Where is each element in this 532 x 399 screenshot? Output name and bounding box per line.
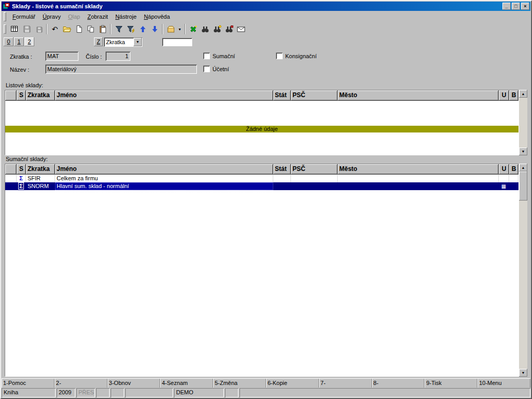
col-stat[interactable]: Stát bbox=[273, 164, 291, 175]
fkey-5[interactable]: 5-Změna bbox=[213, 379, 266, 388]
zkratka-field[interactable]: MAT bbox=[45, 51, 78, 61]
col-b[interactable]: B bbox=[509, 164, 518, 175]
search-input[interactable] bbox=[162, 38, 192, 46]
z-button[interactable]: Z bbox=[94, 37, 103, 46]
konsignacni-checkbox-label: Konsignační bbox=[285, 53, 317, 59]
scroll-up-icon[interactable]: ▲ bbox=[519, 164, 527, 171]
new-document-icon[interactable] bbox=[73, 23, 85, 35]
title-bar: Sklady - listové a sumační sklady _ □ × bbox=[2, 2, 530, 11]
scroll-down-icon[interactable]: ▼ bbox=[519, 369, 527, 377]
paste-icon[interactable] bbox=[97, 23, 109, 35]
konsignacni-checkbox[interactable] bbox=[276, 52, 283, 59]
ucetni-checkbox[interactable] bbox=[203, 65, 210, 72]
nazev-field[interactable]: Materiálový bbox=[45, 64, 197, 74]
maximize-button[interactable]: □ bbox=[512, 3, 520, 10]
scroll-thumb[interactable] bbox=[519, 171, 527, 201]
open-folder-icon[interactable] bbox=[61, 23, 73, 35]
col-s[interactable]: S bbox=[17, 90, 26, 101]
sumacni-checkbox[interactable] bbox=[203, 52, 210, 59]
sum-warehouses-table: S Zkratka Jméno Stát PSČ Město U B Σ SFI… bbox=[5, 164, 527, 377]
package-icon[interactable] bbox=[165, 23, 177, 35]
find-icon[interactable] bbox=[199, 23, 211, 35]
form-navigator-icon[interactable] bbox=[9, 23, 21, 35]
col-u[interactable]: U bbox=[499, 90, 509, 101]
fkey-2[interactable]: 2- bbox=[55, 379, 108, 388]
list-table-scrollbar[interactable]: ▲ ▼ bbox=[519, 90, 527, 155]
fkey-10[interactable]: 10-Menu bbox=[477, 379, 530, 388]
table-row-selected[interactable]: Σ SNORM Hlavní sum. sklad - normální ▦ bbox=[5, 182, 518, 190]
menu-formular[interactable]: Formulář bbox=[9, 12, 39, 21]
find-special-icon[interactable] bbox=[223, 23, 235, 35]
status-cell bbox=[240, 388, 530, 397]
toolbar-separator bbox=[162, 24, 163, 34]
fkey-6[interactable]: 6-Kopie bbox=[266, 379, 319, 388]
col-psc[interactable]: PSČ bbox=[291, 164, 338, 175]
cell-u bbox=[499, 175, 509, 182]
page-button-2[interactable]: 2 bbox=[24, 37, 34, 46]
status-pres: PŘES bbox=[76, 388, 95, 397]
function-key-bar: 1-Pomoc 2- 3-Obnov 4-Seznam 5-Změna 6-Ko… bbox=[2, 378, 530, 388]
fkey-7[interactable]: 7- bbox=[319, 379, 372, 388]
undo-icon[interactable]: ↶ bbox=[49, 23, 61, 35]
cell-zkratka: SFIR bbox=[26, 175, 55, 182]
menu-grip[interactable] bbox=[4, 12, 6, 21]
col-jmeno[interactable]: Jméno bbox=[55, 90, 273, 101]
toolbar-separator bbox=[110, 24, 111, 34]
scroll-up-icon[interactable]: ▲ bbox=[519, 90, 527, 98]
toolbar-separator bbox=[184, 24, 185, 34]
menu-upravy[interactable]: Úpravy bbox=[39, 12, 64, 21]
col-u[interactable]: U bbox=[499, 164, 509, 175]
col-s[interactable]: S bbox=[17, 164, 26, 175]
col-stat[interactable]: Stát bbox=[273, 90, 291, 101]
ucetni-checkbox-label: Účetní bbox=[212, 66, 229, 72]
col-jmeno[interactable]: Jméno bbox=[55, 164, 273, 175]
filter-icon[interactable] bbox=[113, 23, 125, 35]
app-icon bbox=[3, 3, 10, 10]
col-rowmark[interactable] bbox=[5, 164, 17, 175]
menu-zobrazit[interactable]: Zobrazit bbox=[84, 12, 112, 21]
filter-apply-icon[interactable] bbox=[125, 23, 137, 35]
cell-mesto bbox=[338, 182, 499, 190]
app-window: Sklady - listové a sumační sklady _ □ × … bbox=[0, 0, 532, 399]
mail-icon[interactable] bbox=[235, 23, 247, 35]
table-row[interactable]: Σ SFIR Celkem za firmu bbox=[5, 175, 518, 182]
col-zkratka[interactable]: Zkratka bbox=[26, 90, 55, 101]
col-psc[interactable]: PSČ bbox=[291, 90, 338, 101]
package-dropdown-icon[interactable]: ▼ bbox=[177, 23, 183, 35]
scroll-track[interactable] bbox=[519, 171, 527, 369]
fkey-1[interactable]: 1-Pomoc bbox=[2, 379, 55, 388]
col-rowmark[interactable] bbox=[5, 90, 17, 101]
scroll-track[interactable] bbox=[519, 98, 527, 148]
cell-psc bbox=[291, 175, 338, 182]
search-column-select[interactable]: Zkratka ▼ bbox=[104, 37, 142, 47]
page-button-0[interactable]: 0 bbox=[4, 37, 14, 46]
generate-icon[interactable] bbox=[187, 23, 199, 35]
find-next-icon[interactable] bbox=[211, 23, 223, 35]
cell-b bbox=[509, 175, 518, 182]
scroll-down-icon[interactable]: ▼ bbox=[519, 148, 527, 155]
close-button[interactable]: × bbox=[521, 3, 529, 10]
fkey-4[interactable]: 4-Seznam bbox=[160, 379, 213, 388]
sum-table-scrollbar[interactable]: ▲ ▼ bbox=[519, 164, 527, 377]
sumacni-checkbox-group: Sumační bbox=[203, 52, 235, 59]
cislo-field[interactable]: 1 bbox=[105, 51, 130, 61]
col-mesto[interactable]: Město bbox=[338, 90, 499, 101]
fkey-8[interactable]: 8- bbox=[372, 379, 425, 388]
chevron-down-icon[interactable]: ▼ bbox=[134, 38, 142, 46]
menu-napoveda[interactable]: Nápověda bbox=[140, 12, 174, 21]
move-up-icon[interactable] bbox=[137, 23, 149, 35]
toolbar: ↶ ▼ bbox=[2, 22, 530, 36]
fkey-9[interactable]: 9-Tisk bbox=[424, 379, 477, 388]
page-button-1[interactable]: 1 bbox=[14, 37, 24, 46]
col-mesto[interactable]: Město bbox=[338, 164, 499, 175]
col-b[interactable]: B bbox=[509, 90, 518, 101]
menu-nastroje[interactable]: Nástroje bbox=[112, 12, 140, 21]
fkey-3[interactable]: 3-Obnov bbox=[108, 379, 161, 388]
toolbar-grip[interactable] bbox=[4, 24, 6, 34]
minimize-button[interactable]: _ bbox=[502, 3, 511, 10]
copy-icon[interactable] bbox=[85, 23, 97, 35]
search-column-value: Zkratka bbox=[104, 39, 133, 45]
col-zkratka[interactable]: Zkratka bbox=[26, 164, 55, 175]
move-down-icon[interactable] bbox=[149, 23, 161, 35]
sumacni-checkbox-label: Sumační bbox=[212, 53, 235, 59]
